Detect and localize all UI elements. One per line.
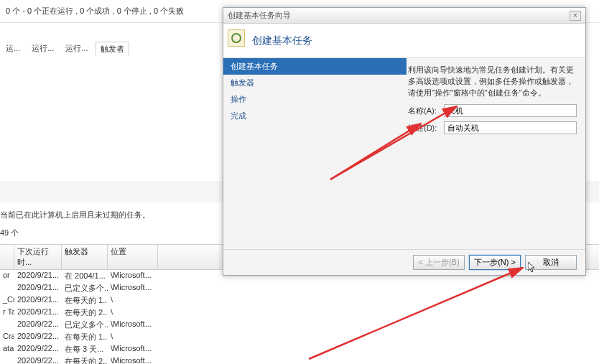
description-label: 描述(D): [408,123,444,134]
col-location[interactable]: 位置 [108,245,158,269]
table-row[interactable]: Cras...2020/9/22...在每天的 1...\ [0,331,599,343]
cancel-button[interactable]: 取消 [525,255,577,270]
tab-item[interactable]: 运行... [61,42,92,56]
col-next-run[interactable]: 下次运行时... [14,245,62,269]
tab-item-active[interactable]: 触发者 [96,42,129,56]
tab-item[interactable]: 运... [1,42,24,56]
description-input[interactable] [444,121,577,134]
wizard-nav: 创建基本任务 触发器 操作 完成 [223,58,407,249]
wizard-header: 创建基本任务 [223,24,585,58]
table-row[interactable]: r Ta...2020/9/21...在每天的 2...\ [0,307,599,319]
wizard-description: 利用该向导快速地为常见任务创建计划。有关更多高级选项或设置，例如多任务操作或触发… [408,64,577,98]
back-button: < 上一步(B) [413,255,465,270]
wizard-content: 利用该向导快速地为常见任务创建计划。有关更多高级选项或设置，例如多任务操作或触发… [407,58,585,249]
col-trigger[interactable]: 触发器 [62,245,108,269]
nav-step-basic[interactable]: 创建基本任务 [223,58,407,75]
table-row[interactable]: ataU...2020/9/22...在每 3 天...\Microsoft..… [0,343,599,355]
nav-step-action[interactable]: 操作 [223,91,407,108]
table-row[interactable]: _Cras...2020/9/21...在每天的 1...\ [0,294,599,307]
wizard-footer: < 上一步(B) 下一步(N) > 取消 [223,249,585,275]
tab-item[interactable]: 运行... [27,42,58,56]
nav-step-trigger[interactable]: 触发器 [223,75,407,91]
name-label: 名称(A): [408,106,444,116]
next-button[interactable]: 下一步(N) > [469,255,521,270]
table-row[interactable]: 2020/9/21...已定义多个...\Microsoft... [0,282,599,294]
wizard-title: 创建基本任务向导 [228,10,291,21]
name-input[interactable] [444,104,577,117]
table-row[interactable]: 2020/9/22...在每天的 2...\Microsoft... [0,355,599,364]
table-row[interactable]: 2020/9/22...已定义多个...\Microsoft... [0,319,599,331]
create-basic-task-wizard-dialog: 创建基本任务向导 × 创建基本任务 创建基本任务 触发器 操作 完成 利用该向导… [223,7,586,276]
close-button[interactable]: × [570,11,581,21]
wizard-heading: 创建基本任务 [252,34,312,47]
nav-step-finish[interactable]: 完成 [223,108,407,124]
wizard-icon [228,29,245,47]
wizard-titlebar[interactable]: 创建基本任务向导 × [223,8,585,24]
